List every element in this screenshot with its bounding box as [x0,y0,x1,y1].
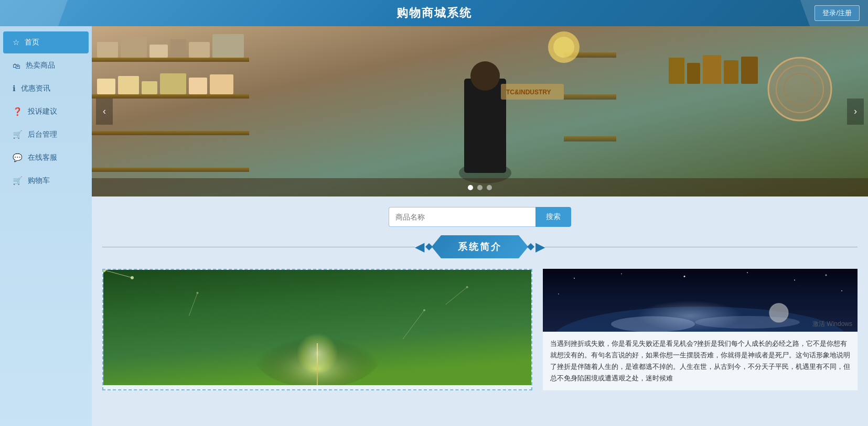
content-right-image: 激活 Windows [543,269,858,332]
arrow-right-icon: ▶ [535,239,545,254]
svg-point-27 [768,58,831,121]
svg-point-73 [794,280,795,281]
sidebar-item-label-hot: 热卖商品 [26,61,55,70]
sidebar-item-label-home: 首页 [25,38,39,47]
svg-rect-1 [92,58,249,62]
svg-rect-8 [170,39,186,58]
svg-point-72 [747,272,748,273]
svg-rect-10 [212,34,244,58]
bag-icon: 🛒 [13,130,23,139]
search-section: 搜索 [92,196,868,235]
svg-rect-5 [97,42,118,58]
sidebar-item-label-complaint: 投诉建议 [28,107,57,116]
search-input[interactable] [389,207,535,227]
section-deco-right: ▶ [528,239,545,254]
svg-rect-22 [564,136,616,141]
sidebar-item-cart[interactable]: 🛒 购物车 [3,170,89,192]
svg-point-71 [684,276,685,277]
svg-rect-33 [724,60,738,84]
svg-point-79 [611,316,695,332]
section-title: 系统简介 [432,235,528,258]
svg-rect-31 [687,63,700,84]
help-icon: ❓ [13,107,23,116]
svg-point-19 [470,61,500,91]
star-icon: ☆ [13,38,19,47]
sidebar-item-promo[interactable]: ℹ 优惠资讯 [3,78,89,100]
arrow-left-icon: ◀ [415,239,424,254]
fire-icon: 🛍 [13,61,20,70]
sidebar-item-complaint[interactable]: ❓ 投诉建议 [3,101,89,123]
svg-rect-13 [142,81,157,94]
carousel-dots [468,185,492,190]
content-right-text: 当遇到挫折或失败，你是看见失败还是看见机会?挫折是我们每个人成长的必经之路，它不… [543,332,858,390]
svg-point-75 [558,293,559,294]
svg-rect-21 [564,94,616,100]
diamond-dot-right [527,243,534,250]
carousel-dot-2[interactable] [477,185,483,190]
cart-icon: 🛒 [13,176,23,185]
sidebar-item-label-admin: 后台管理 [28,130,57,139]
sidebar-item-service[interactable]: 💬 在线客服 [3,147,89,169]
svg-rect-14 [160,73,186,94]
svg-point-24 [553,37,574,58]
content-area: TC&INDUSTRY ‹ › [92,26,868,426]
svg-rect-16 [210,74,233,94]
content-right-box: 激活 Windows 当遇到挫折或失败，你是看见失败还是看见机会?挫折是我们每个… [543,269,858,390]
carousel-dot-3[interactable] [487,185,492,190]
section-deco-left: ◀ [415,239,432,254]
carousel-next-button[interactable]: › [847,99,864,125]
svg-rect-11 [97,79,115,94]
svg-rect-30 [669,58,684,84]
svg-rect-18 [464,79,506,173]
svg-point-69 [574,278,575,279]
search-button[interactable]: 搜索 [535,207,571,227]
svg-rect-7 [149,45,168,58]
diamond-dot-left [425,243,433,250]
header-title: 购物商城系统 [397,5,472,21]
svg-rect-3 [92,131,249,135]
section-header: ◀ 系统简介 ▶ [102,235,858,258]
carousel: TC&INDUSTRY ‹ › [92,26,868,196]
svg-rect-2 [92,94,249,99]
sidebar-item-label-service: 在线客服 [28,153,57,162]
chat-icon: 💬 [13,153,23,162]
content-grid: 激活 Windows 当遇到挫折或失败，你是看见失败还是看见机会?挫折是我们每个… [92,269,868,401]
svg-rect-12 [118,76,139,94]
carousel-image: TC&INDUSTRY [92,26,868,196]
content-left-box [102,269,532,390]
sidebar-item-home[interactable]: ☆ 首页 [3,31,89,53]
windows-watermark: 激活 Windows [812,320,852,329]
info-icon: ℹ [13,84,16,93]
svg-point-74 [826,275,827,276]
svg-rect-9 [189,42,210,58]
header-deco-right [779,0,868,26]
svg-point-63 [197,292,199,294]
svg-rect-32 [703,55,721,84]
main-layout: ☆ 首页 🛍 热卖商品 ℹ 优惠资讯 ❓ 投诉建议 🛒 后台管理 💬 在线客服 … [0,26,868,426]
sidebar-item-label-promo: 优惠资讯 [21,84,50,93]
sidebar-item-admin[interactable]: 🛒 后台管理 [3,124,89,146]
section-line-right [545,247,858,247]
header: 购物商城系统 登录/注册 [0,0,868,26]
sidebar-item-label-cart: 购物车 [28,176,50,185]
svg-point-70 [621,274,622,275]
sidebar-item-hot[interactable]: 🛍 热卖商品 [3,54,89,77]
svg-rect-6 [121,37,147,58]
svg-rect-4 [92,168,249,172]
header-deco-left [0,0,89,26]
section-line-left [102,247,415,247]
carousel-prev-button[interactable]: ‹ [96,99,113,125]
svg-point-76 [841,290,842,291]
svg-point-67 [466,286,468,288]
svg-rect-34 [741,57,758,84]
svg-rect-15 [189,78,207,94]
sidebar: ☆ 首页 🛍 热卖商品 ℹ 优惠资讯 ❓ 投诉建议 🛒 后台管理 💬 在线客服 … [0,26,92,426]
content-left-image [103,270,531,385]
carousel-dot-1[interactable] [468,185,473,190]
svg-point-65 [423,309,425,311]
svg-point-57 [131,276,134,279]
svg-text:TC&INDUSTRY: TC&INDUSTRY [506,89,551,96]
